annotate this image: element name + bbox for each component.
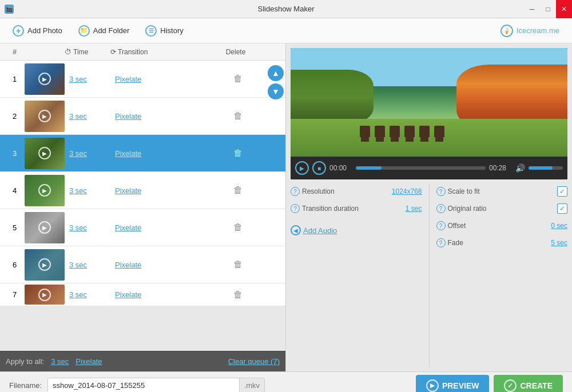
play-button[interactable]: ▶ <box>295 161 309 175</box>
slide-time-link[interactable]: 3 sec <box>69 75 115 83</box>
delete-slide-button[interactable]: 🗑 <box>195 290 281 300</box>
play-overlay-icon: ▶ <box>38 73 51 85</box>
app-icon: 🎬 <box>5 5 14 14</box>
resolution-value[interactable]: 1024x768 <box>392 187 422 195</box>
history-button[interactable]: ☰ History <box>138 22 190 40</box>
slide-transition-link[interactable]: Pixelate <box>115 261 195 269</box>
original-ratio-label: Original ratio <box>448 205 555 213</box>
chair <box>390 126 400 137</box>
window-title: Slideshow Maker <box>258 5 315 13</box>
slide-thumbnail: ▶ <box>25 101 65 132</box>
play-overlay-icon: ▶ <box>38 147 51 159</box>
resolution-label: Resolution <box>302 187 390 195</box>
create-check-icon: ✓ <box>504 379 517 392</box>
transition-duration-label: Transition duration <box>302 205 403 213</box>
apply-all-time[interactable]: 3 sec <box>51 357 69 366</box>
slide-number: 6 <box>5 261 25 269</box>
slide-time-link[interactable]: 3 sec <box>69 223 115 232</box>
filename-input[interactable] <box>48 378 239 392</box>
add-folder-button[interactable]: 📁 Add Folder <box>72 22 137 40</box>
chair <box>375 126 385 137</box>
slide-time-link[interactable]: 3 sec <box>69 112 115 121</box>
icecream-icon: 🍦 <box>500 25 513 37</box>
delete-slide-button[interactable]: 🗑 <box>195 148 281 158</box>
slide-transition-link[interactable]: Pixelate <box>115 223 195 232</box>
slide-transition-link[interactable]: Pixelate <box>115 112 195 121</box>
slide-time-link[interactable]: 3 sec <box>69 186 115 195</box>
chair <box>434 126 444 137</box>
add-photo-label: Add Photo <box>27 26 62 35</box>
slide-time-link[interactable]: 3 sec <box>69 290 115 299</box>
transition-duration-help-icon[interactable]: ? <box>291 204 300 213</box>
move-down-button[interactable]: ▼ <box>268 83 284 99</box>
table-row[interactable]: 4 ▶ 3 sec Pixelate 🗑 <box>0 172 285 209</box>
chair <box>419 126 430 137</box>
apply-all-label: Apply to all: <box>6 357 44 366</box>
original-ratio-checkbox[interactable]: ✓ <box>557 203 567 214</box>
apply-all-transition[interactable]: Pixelate <box>76 357 102 366</box>
delete-slide-button[interactable]: 🗑 <box>195 185 281 195</box>
move-up-button[interactable]: ▲ <box>268 65 284 81</box>
action-buttons: ▶ PREVIEW ✓ CREATE <box>416 375 563 393</box>
icecream-button[interactable]: 🍦 Icecream.me <box>494 21 566 41</box>
progress-bar[interactable] <box>356 166 486 170</box>
header-num: # <box>5 48 25 56</box>
original-ratio-help-icon[interactable]: ? <box>436 204 446 213</box>
table-row[interactable]: 6 ▶ 3 sec Pixelate 🗑 <box>0 246 285 283</box>
filename-label: Filename: <box>9 381 42 390</box>
apply-bar: Apply to all: 3 sec Pixelate Clear queue… <box>0 351 285 371</box>
delete-slide-button[interactable]: 🗑 <box>195 222 281 233</box>
video-preview: ▶ ■ 00:00 00:28 🔊 <box>291 48 567 179</box>
header-delete: Delete <box>190 48 281 56</box>
slide-transition-link[interactable]: Pixelate <box>115 149 195 158</box>
slide-transition-link[interactable]: Pixelate <box>115 186 195 195</box>
slide-time-link[interactable]: 3 sec <box>69 149 115 158</box>
volume-bar[interactable] <box>529 166 563 170</box>
scale-to-fit-checkbox[interactable]: ✓ <box>557 186 567 197</box>
slide-transition-link[interactable]: Pixelate <box>115 290 195 299</box>
fade-value[interactable]: 5 sec <box>551 239 567 247</box>
scene-grass <box>291 119 567 157</box>
scale-to-fit-help-icon[interactable]: ? <box>436 187 446 196</box>
fade-help-icon[interactable]: ? <box>436 238 446 247</box>
create-label: CREATE <box>520 381 553 390</box>
stop-button[interactable]: ■ <box>312 161 326 175</box>
slide-number: 4 <box>5 186 25 195</box>
add-photo-button[interactable]: + Add Photo <box>6 22 69 40</box>
play-overlay-icon: ▶ <box>38 289 51 301</box>
title-bar: 🎬 Slideshow Maker ─ □ ✕ <box>0 0 572 18</box>
table-row[interactable]: 7 ▶ 3 sec Pixelate 🗑 <box>0 283 285 306</box>
table-row[interactable]: 3 ▶ 3 sec Pixelate 🗑 <box>0 135 285 172</box>
slide-time-link[interactable]: 3 sec <box>69 261 115 269</box>
slide-thumbnail: ▶ <box>25 285 65 305</box>
table-row[interactable]: 5 ▶ 3 sec Pixelate 🗑 <box>0 209 285 246</box>
play-overlay-icon: ▶ <box>38 258 51 271</box>
slide-transition-link[interactable]: Pixelate <box>115 75 195 83</box>
offset-value[interactable]: 0 sec <box>551 222 567 230</box>
icecream-label: Icecream.me <box>517 26 559 35</box>
minimize-button[interactable]: ─ <box>524 0 540 18</box>
add-audio-icon: ◀ <box>291 225 301 235</box>
volume-icon[interactable]: 🔊 <box>515 163 525 173</box>
table-row[interactable]: 2 ▶ 3 sec Pixelate 🗑 <box>0 98 285 135</box>
preview-button[interactable]: ▶ PREVIEW <box>416 375 490 393</box>
resolution-help-icon[interactable]: ? <box>291 187 300 196</box>
delete-slide-button[interactable]: 🗑 <box>195 259 281 270</box>
resolution-row: ? Resolution 1024x768 <box>291 184 422 199</box>
clear-queue-button[interactable]: Clear queue (7) <box>228 357 280 366</box>
delete-slide-button[interactable]: 🗑 <box>195 111 281 121</box>
settings-left: ? Resolution 1024x768 ? Transition durat… <box>291 184 422 367</box>
table-row[interactable]: 1 ▶ 3 sec Pixelate 🗑 <box>0 61 285 98</box>
window-controls: ─ □ ✕ <box>524 0 572 18</box>
add-audio-row[interactable]: ◀ Add Audio <box>291 223 422 238</box>
maximize-button[interactable]: □ <box>540 0 556 18</box>
toolbar: + Add Photo 📁 Add Folder ☰ History 🍦 Ice… <box>0 18 572 43</box>
slide-number: 7 <box>5 290 25 299</box>
offset-help-icon[interactable]: ? <box>436 221 446 230</box>
filename-extension: .mkv <box>239 378 264 392</box>
fade-row: ? Fade 5 sec <box>436 235 568 250</box>
filename-bar: Filename: .mkv ▶ PREVIEW ✓ CREATE <box>0 371 572 392</box>
create-button[interactable]: ✓ CREATE <box>494 375 563 393</box>
transition-duration-value[interactable]: 1 sec <box>406 205 422 213</box>
close-button[interactable]: ✕ <box>556 0 572 18</box>
